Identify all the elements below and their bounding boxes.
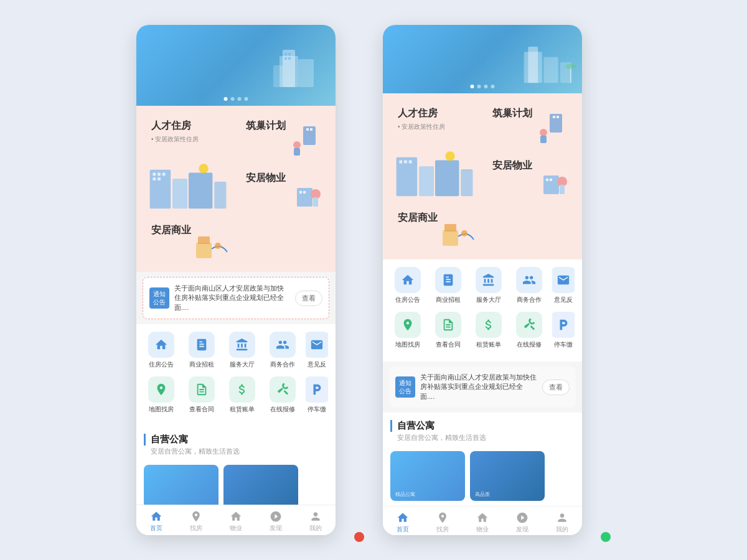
preview-card-1b[interactable]: 高品质 [223,465,298,505]
icons-row-2: 地图找房 查看合同 租赁账单 [141,376,331,414]
dot-2 [231,97,235,101]
svg-rect-9 [172,179,187,208]
nest-plan-card-2[interactable]: 筑巢计划 [485,101,575,148]
icon-online-repair-2[interactable]: 在线报修 [512,312,547,349]
phone-2: 人才住房 安居政策性住房 筑巢计划 [383,25,582,535]
commercial-illus [193,230,230,261]
status-dot-2 [601,532,611,542]
svg-rect-5 [288,53,291,55]
feedback-icon-2 [552,267,575,293]
nav-discover-label-1: 发现 [270,524,282,533]
icon-housing-notice-2[interactable]: 住房公告 [390,267,425,304]
icon-rent-bill-2[interactable]: 租赁账单 [471,312,506,349]
commercial-card-2[interactable]: 安居商业 [390,205,480,252]
cards-preview-2: 精品公寓 高品质 [383,446,582,506]
self-operated-title-1: 自营公寓 [144,434,328,446]
svg-rect-56 [444,224,456,231]
svg-rect-54 [550,179,552,181]
svg-rect-41 [399,161,402,164]
icon-commercial-rent-1[interactable]: 商业招租 [184,332,219,369]
online-repair-icon-1 [270,376,296,403]
icon-parking-1[interactable]: 停车缴 [306,376,328,414]
notice-tag-1: 通知 公告 [149,287,169,309]
nav-find-house-2[interactable]: 找房 [423,511,463,534]
svg-point-17 [199,164,208,173]
commercial-card[interactable]: 安居商业 [144,218,233,264]
home-nav-icon-1 [150,510,162,523]
icon-service-hall-2[interactable]: 服务大厅 [471,267,506,304]
nav-home-2[interactable]: 首页 [383,511,423,534]
svg-rect-14 [162,173,166,176]
svg-rect-16 [157,177,161,180]
svg-rect-19 [306,128,309,131]
notice-view-btn-2[interactable]: 查看 [542,380,570,395]
nav-property-label-2: 物业 [476,525,489,534]
nav-property-2[interactable]: 物业 [463,511,502,534]
icon-view-contract-1[interactable]: 查看合同 [184,376,219,414]
svg-rect-40 [461,169,472,196]
nav-find-house-1[interactable]: 找房 [176,510,216,533]
talent-housing-card[interactable]: 人才住房 安居政策性住房 [144,113,233,213]
cards-preview-1: 精品公寓 高品质 [136,460,336,505]
notice-view-btn-1[interactable]: 查看 [295,291,322,306]
dot2-4 [491,85,495,88]
icon-service-hall-1[interactable]: 服务大厅 [225,332,260,369]
commercial-rent-icon-2 [435,267,461,293]
svg-rect-33 [543,57,558,83]
self-operated-section-1: 自营公寓 安居自营公寓，精致生活首选 [136,426,336,460]
nav-mine-1[interactable]: 我的 [296,510,336,533]
self-operated-title-2: 自营公寓 [390,420,575,432]
icon-map-find-2[interactable]: 地图找房 [390,312,425,349]
svg-rect-42 [404,161,407,164]
property-card-2[interactable]: 安居物业 [485,153,575,200]
icon-parking-2[interactable]: 停车缴 [552,312,575,349]
icon-commercial-rent-2[interactable]: 商业招租 [431,267,466,304]
svg-rect-23 [297,188,312,207]
scroll-content-2[interactable]: 人才住房 安居政策性住房 筑巢计划 [383,93,582,506]
svg-rect-10 [189,173,212,209]
business-coop-label-1: 商务合作 [270,360,295,369]
icon-business-coop-1[interactable]: 商务合作 [265,332,300,369]
svg-rect-39 [435,161,459,197]
bottom-nav-2: 首页 找房 物业 发现 我的 [383,506,582,535]
property-card[interactable]: 安居物业 [238,166,328,213]
icon-feedback-2[interactable]: 意见反 [552,267,575,304]
banner-dots-2 [471,85,495,88]
scroll-content-1[interactable]: 人才住房 安居政策性住房 筑 [136,106,336,505]
icon-view-contract-2[interactable]: 查看合同 [431,312,466,349]
nest-plan-card[interactable]: 筑巢计划 [238,113,328,161]
banner-2 [383,25,582,93]
feedback-label-1: 意见反 [308,360,326,369]
preview-card-2b[interactable]: 高品质 [470,451,545,501]
feedback-label-2: 意见反 [554,296,573,304]
nav-home-label-1: 首页 [150,524,162,533]
preview-card-2a[interactable]: 精品公寓 [390,451,465,501]
feedback-icon-1 [306,332,328,358]
nav-home-1[interactable]: 首页 [136,510,176,533]
svg-point-21 [293,141,301,149]
nav-discover-2[interactable]: 发现 [502,511,542,534]
nav-property-label-1: 物业 [230,524,242,533]
housing-notice-icon-2 [395,267,421,293]
preview-card-1a[interactable]: 精品公寓 [144,465,218,505]
nav-property-1[interactable]: 物业 [216,510,256,533]
nav-mine-2[interactable]: 我的 [542,511,582,534]
nav-discover-1[interactable]: 发现 [256,510,296,533]
icon-business-coop-2[interactable]: 商务合作 [512,267,547,304]
view-contract-label-1: 查看合同 [189,405,214,414]
icon-housing-notice-1[interactable]: 住房公告 [144,332,179,369]
building-svg-2 [390,138,480,200]
banner-illustration-1 [267,31,329,93]
housing-notice-icon-1 [148,332,174,358]
dot-4 [245,97,248,101]
icons-section-1: 住房公告 商业招租 服务大厅 [136,324,336,426]
find-house-nav-icon-2 [436,511,449,524]
dot2-1 [471,85,474,88]
icon-rent-bill-1[interactable]: 租赁账单 [225,376,260,414]
icon-map-find-1[interactable]: 地图找房 [144,376,179,414]
property-illus [291,179,325,210]
icon-online-repair-1[interactable]: 在线报修 [265,376,300,414]
talent-housing-card-2[interactable]: 人才住房 安居政策性住房 [390,101,480,200]
icon-feedback-1[interactable]: 意见反 [306,332,328,369]
housing-notice-label-1: 住房公告 [149,360,174,369]
